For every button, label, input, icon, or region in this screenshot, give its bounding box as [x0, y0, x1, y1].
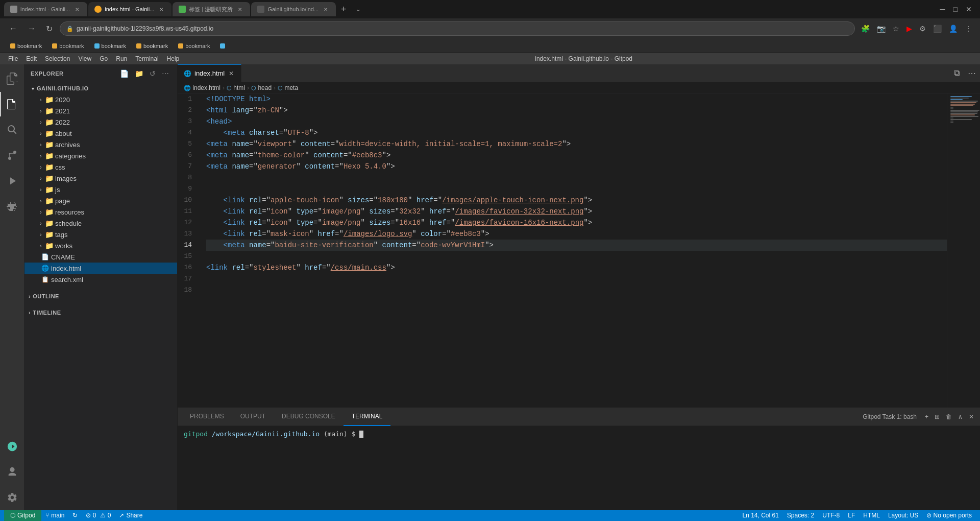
- folder-works[interactable]: › 📁 works: [24, 240, 177, 251]
- bookmark-5[interactable]: bookmark: [174, 42, 214, 50]
- status-language[interactable]: HTML: [859, 510, 884, 521]
- bookmark-6[interactable]: [216, 42, 229, 50]
- status-gitpod[interactable]: ⬡ Gitpod: [4, 510, 41, 521]
- activity-extensions[interactable]: [0, 194, 24, 219]
- tab1-close[interactable]: ✕: [73, 5, 81, 13]
- folder-about[interactable]: › 📁 about: [24, 128, 177, 139]
- bookmark-4[interactable]: bookmark: [132, 42, 172, 50]
- maximize-panel-button[interactable]: ∧: [956, 412, 965, 421]
- forward-button[interactable]: →: [24, 22, 39, 35]
- address-bar[interactable]: 🔒 index.html gainii-gainiigithubio-1i229…: [60, 21, 855, 36]
- browser-tab-2[interactable]: 标签 | 漫嗳研究所 ✕: [173, 2, 250, 16]
- editor-tab-close[interactable]: ✕: [228, 69, 235, 78]
- activity-search[interactable]: [0, 117, 24, 142]
- collapse-all-button[interactable]: ⋯: [160, 68, 171, 79]
- add-terminal-button[interactable]: +: [923, 412, 930, 421]
- bookmark-3[interactable]: bookmark: [90, 42, 130, 50]
- tab-overflow-button[interactable]: ⌄: [352, 6, 365, 13]
- file-cname[interactable]: 📄 CNAME: [24, 251, 177, 263]
- close-window-button[interactable]: ✕: [962, 3, 976, 15]
- status-errors[interactable]: ⊘ 0 ⚠ 0: [82, 510, 115, 521]
- editor-tab-index-html[interactable]: 🌐 index.html ✕: [178, 64, 241, 82]
- file-index-html[interactable]: 🌐 index.html: [24, 263, 177, 274]
- tab-problems[interactable]: PROBLEMS: [182, 408, 232, 426]
- terminal-content[interactable]: gitpod /workspace/Gainii.github.io (main…: [178, 426, 980, 510]
- breadcrumb-meta[interactable]: ⬡ meta: [278, 84, 298, 91]
- split-editor-button[interactable]: ⧉: [950, 68, 964, 78]
- menu-button[interactable]: ⋮: [963, 22, 974, 35]
- folder-archives[interactable]: › 📁 archives: [24, 139, 177, 150]
- close-panel-button[interactable]: ✕: [967, 412, 976, 421]
- refresh-explorer-button[interactable]: ↺: [148, 68, 158, 79]
- browser-tab-3[interactable]: Gainii.github.io/ind... ✕: [251, 2, 336, 16]
- breadcrumb-html[interactable]: ⬡ html: [227, 84, 245, 91]
- breadcrumb-head[interactable]: ⬡ head: [251, 84, 272, 91]
- tab-terminal[interactable]: TERMINAL: [344, 408, 391, 426]
- maximize-button[interactable]: □: [949, 3, 962, 15]
- tab-output[interactable]: OUTPUT: [232, 408, 274, 426]
- folder-js[interactable]: › 📁 js: [24, 184, 177, 195]
- status-layout[interactable]: Layout: US: [884, 510, 922, 521]
- folder-schedule[interactable]: › 📁 schedule: [24, 218, 177, 229]
- bookmark-2[interactable]: bookmark: [48, 42, 88, 50]
- minimize-button[interactable]: ─: [936, 3, 949, 15]
- new-tab-button[interactable]: +: [337, 4, 351, 15]
- screenshot-button[interactable]: 📷: [875, 22, 888, 35]
- menu-view[interactable]: View: [74, 53, 95, 64]
- activity-files[interactable]: [0, 92, 24, 116]
- menu-terminal[interactable]: Terminal: [131, 53, 162, 64]
- status-branch[interactable]: ⑂ main: [41, 510, 68, 521]
- kill-terminal-button[interactable]: 🗑: [944, 412, 954, 421]
- folder-2020[interactable]: › 📁 2020: [24, 94, 177, 105]
- menu-go[interactable]: Go: [95, 53, 112, 64]
- tab3-close[interactable]: ✕: [322, 5, 330, 13]
- folder-2022[interactable]: › 📁 2022: [24, 116, 177, 128]
- status-eol[interactable]: LF: [844, 510, 859, 521]
- root-folder[interactable]: ▾ GAINII.GITHUB.IO: [24, 83, 177, 94]
- menu-help[interactable]: Help: [163, 53, 184, 64]
- bookmark-1[interactable]: bookmark: [6, 42, 46, 50]
- status-ports[interactable]: ⊘ No open ports: [922, 510, 976, 521]
- split-terminal-button[interactable]: ⊞: [933, 412, 942, 421]
- activity-explorer[interactable]: [0, 66, 24, 91]
- folder-categories[interactable]: › 📁 categories: [24, 150, 177, 161]
- status-sync[interactable]: ↻: [68, 510, 82, 521]
- menu-file[interactable]: File: [4, 53, 22, 64]
- extensions2-button[interactable]: ⚙: [917, 22, 928, 35]
- activity-account[interactable]: [0, 460, 24, 484]
- profile-button[interactable]: 👤: [947, 22, 960, 35]
- code-content[interactable]: <!DOCTYPE html> <html lang="zh-CN"> <hea…: [204, 93, 947, 408]
- timeline-header[interactable]: › TIMELINE: [24, 301, 177, 318]
- browser-tab-1[interactable]: index.html - Gainii... ✕: [4, 2, 87, 16]
- sidebar-toggle-button[interactable]: ⬛: [931, 22, 944, 35]
- breadcrumb-index[interactable]: 🌐 index.html: [184, 84, 220, 91]
- new-folder-button[interactable]: 📁: [133, 68, 145, 79]
- refresh-button[interactable]: ↻: [43, 22, 56, 36]
- youtube-button[interactable]: ▶: [904, 22, 914, 35]
- activity-run[interactable]: [0, 169, 24, 193]
- folder-resources[interactable]: › 📁 resources: [24, 206, 177, 218]
- more-editor-button[interactable]: ⋯: [964, 68, 980, 78]
- active-tab-close[interactable]: ✕: [157, 5, 165, 13]
- menu-edit[interactable]: Edit: [22, 53, 41, 64]
- tab2-close[interactable]: ✕: [236, 5, 244, 13]
- folder-tags[interactable]: › 📁 tags: [24, 229, 177, 240]
- folder-images[interactable]: › 📁 images: [24, 173, 177, 184]
- browser-tab-active[interactable]: index.html - Gainii... ✕: [88, 2, 172, 16]
- status-line-col[interactable]: Ln 14, Col 61: [738, 510, 782, 521]
- activity-remote[interactable]: [0, 434, 24, 459]
- activity-settings[interactable]: [0, 485, 24, 510]
- status-spaces[interactable]: Spaces: 2: [783, 510, 818, 521]
- folder-css[interactable]: › 📁 css: [24, 161, 177, 173]
- folder-page[interactable]: › 📁 page: [24, 195, 177, 206]
- status-encoding[interactable]: UTF-8: [818, 510, 844, 521]
- tab-debug-console[interactable]: DEBUG CONSOLE: [274, 408, 344, 426]
- new-file-button[interactable]: 📄: [118, 68, 131, 79]
- folder-2021[interactable]: › 📁 2021: [24, 105, 177, 116]
- menu-run[interactable]: Run: [112, 53, 131, 64]
- menu-selection[interactable]: Selection: [41, 53, 74, 64]
- activity-source-control[interactable]: [0, 143, 24, 168]
- status-share[interactable]: ↗ Share: [115, 510, 146, 521]
- extensions-button[interactable]: 🧩: [859, 22, 872, 35]
- bookmark-button[interactable]: ☆: [891, 22, 901, 35]
